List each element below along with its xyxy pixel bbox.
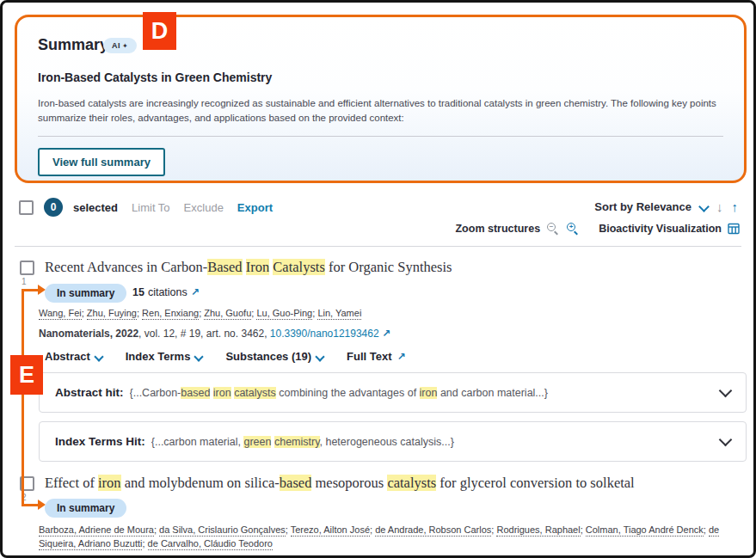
- selected-count-badge: 0: [44, 198, 63, 217]
- export-button[interactable]: Export: [237, 201, 273, 214]
- toolbar-divider: [15, 246, 741, 247]
- summary-heading: Iron-Based Catalysts in Green Chemistry: [38, 71, 272, 84]
- index-terms-hit-box[interactable]: Index Terms Hit: {...carbon material, gr…: [39, 421, 747, 462]
- select-all-checkbox[interactable]: [19, 200, 34, 215]
- abstract-hit-label: Abstract hit:: [55, 386, 124, 399]
- result-1-authors[interactable]: Wang, Fei; Zhu, Fuying; Ren, Enxiang; Zh…: [39, 306, 747, 320]
- ai-summary-panel: Summary AI ✦ Iron-Based Catalysts in Gre…: [15, 15, 747, 183]
- annotation-connector-top: [22, 289, 39, 291]
- result-1-title[interactable]: Recent Advances in Carbon-Based Iron Cat…: [45, 259, 733, 276]
- citations-count: 15: [132, 286, 144, 298]
- result-1-number: 1: [22, 277, 27, 286]
- citations-label: citations: [148, 286, 187, 298]
- citations-link[interactable]: 15 citations ↗: [132, 286, 200, 298]
- external-link-icon: ↗: [397, 351, 406, 363]
- tab-substances[interactable]: Substances (19): [225, 350, 323, 363]
- summary-divider: [38, 136, 723, 137]
- structure-tools: Zoom structures − + Bioactivity Visualiz…: [455, 222, 740, 235]
- tab-index-terms[interactable]: Index Terms: [126, 350, 203, 363]
- limit-to-button[interactable]: Limit To: [132, 201, 170, 214]
- in-summary-badge[interactable]: In summary: [45, 499, 126, 518]
- annotation-label-d: D: [143, 12, 176, 50]
- external-link-icon[interactable]: ↗: [382, 328, 390, 340]
- sort-by-dropdown[interactable]: Sort by Relevance: [594, 200, 691, 213]
- chevron-down-icon: [194, 352, 204, 361]
- exclude-button[interactable]: Exclude: [184, 201, 224, 214]
- selection-toolbar: 0 selected Limit To Exclude Export: [19, 198, 273, 217]
- summary-body-text: Iron-based catalysts are increasingly re…: [38, 96, 728, 126]
- view-full-summary-button[interactable]: View full summary: [38, 148, 165, 176]
- in-summary-badge[interactable]: In summary: [45, 284, 126, 303]
- result-1-journal: Nanomaterials, 2022, vol. 12, # 19, art.…: [39, 328, 390, 340]
- zoom-structures-label: Zoom structures: [455, 223, 540, 235]
- sparkle-icon: ✦: [122, 42, 128, 50]
- annotation-connector-line: [22, 290, 24, 506]
- chevron-down-icon[interactable]: [719, 432, 733, 446]
- result-1-tabs: Abstract Index Terms Substances (19) Ful…: [45, 350, 406, 363]
- index-terms-hit-text: {...carbon material, green chemistry, he…: [151, 436, 709, 448]
- annotation-label-e: E: [10, 355, 43, 395]
- zoom-out-icon[interactable]: −: [546, 222, 560, 235]
- grid-icon[interactable]: [728, 223, 740, 235]
- annotation-connector-bottom: [22, 504, 39, 506]
- summary-panel-title: Summary: [38, 36, 108, 54]
- abstract-hit-box[interactable]: Abstract hit: {...Carbon-based iron cata…: [39, 372, 747, 413]
- selected-label: selected: [73, 201, 118, 214]
- ai-badge-label: AI: [112, 41, 120, 50]
- result-1-checkbox[interactable]: [20, 261, 34, 275]
- chevron-down-icon[interactable]: [719, 383, 733, 397]
- tab-abstract[interactable]: Abstract: [45, 350, 102, 363]
- zoom-in-icon[interactable]: +: [566, 222, 580, 235]
- sort-ascending-icon[interactable]: ↑: [732, 199, 739, 214]
- bioactivity-visualization-button[interactable]: Bioactivity Visualization: [599, 223, 722, 235]
- abstract-hit-text: {...Carbon-based iron catalysts combinin…: [130, 387, 709, 399]
- tab-full-text[interactable]: Full Text↗: [347, 350, 406, 363]
- result-2-title[interactable]: Effect of iron and molybdenum on silica-…: [45, 475, 733, 492]
- sort-descending-icon[interactable]: ↓: [716, 199, 723, 214]
- ai-badge: AI ✦: [103, 38, 137, 53]
- chevron-down-icon: [94, 352, 103, 361]
- external-link-icon: ↗: [191, 286, 200, 298]
- chevron-down-icon[interactable]: [698, 201, 710, 212]
- index-terms-hit-label: Index Terms Hit:: [55, 435, 145, 448]
- results-page: Summary AI ✦ Iron-Based Catalysts in Gre…: [0, 0, 756, 558]
- chevron-down-icon: [315, 352, 324, 361]
- result-2-authors[interactable]: Barboza, Adriene de Moura; da Silva, Cri…: [39, 523, 747, 550]
- sort-controls: Sort by Relevance ↓ ↑: [594, 199, 738, 214]
